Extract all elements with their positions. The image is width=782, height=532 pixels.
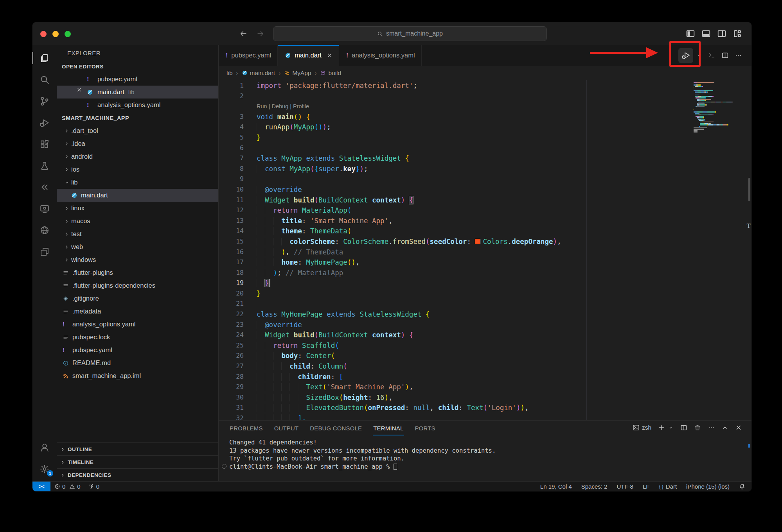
tree-item-.flutter-plugins-dependencies[interactable]: .flutter-plugins-dependencies [57,279,218,292]
panel-left-icon[interactable] [686,29,695,38]
activity-item-source-control[interactable] [32,90,57,112]
scrollbar-thumb[interactable] [748,178,750,201]
breadcrumb-main.dart[interactable]: main.dart [242,70,275,77]
tree-item-main.dart[interactable]: main.dart [57,189,218,202]
activity-item-search[interactable] [32,69,57,90]
project-root-header[interactable]: SMART_MACHINE_APP [57,111,218,124]
open-editor-pubspec.yaml[interactable]: !pubspec.yaml [57,73,218,86]
tree-label: pubspec.yaml [72,346,112,354]
terminal-prompt[interactable]: clint@Clints-MacBook-Air smart_machine_a… [229,463,751,471]
tree-item-README.md[interactable]: README.md [57,356,218,369]
status-encoding[interactable]: UTF-8 [617,483,633,490]
tree-item-smart_machine_app.iml[interactable]: smart_machine_app.iml [57,369,218,382]
ellipsis-button[interactable] [708,424,715,431]
tree-item-.dart_tool[interactable]: .dart_tool [57,124,218,137]
zoom-window-button[interactable] [65,31,71,37]
chevron-up-button[interactable] [721,424,728,431]
minimize-window-button[interactable] [52,31,59,37]
tree-item-analysis_options.yaml[interactable]: !analysis_options.yaml [57,318,218,331]
open-editor-analysis_options.yaml[interactable]: !analysis_options.yaml [57,99,218,111]
tree-item-.gitignore[interactable]: .gitignore [57,292,218,305]
tree-item-linux[interactable]: linux [57,202,218,215]
tree-item-macos[interactable]: macos [57,215,218,227]
breadcrumb-build[interactable]: build [320,70,341,77]
code-line-23: 23 @override [219,320,751,330]
activity-item-settings[interactable]: 1 [32,458,57,480]
problems-indicator[interactable]: 00 [50,482,84,491]
terminal-output[interactable]: Changed 41 dependencies!13 packages have… [219,436,751,471]
codelens-run-debug-profile[interactable]: Run | Debug | Profile [219,101,751,112]
sidebar-bottom-sections: OUTLINETIMELINEDEPENDENCIES [57,442,218,481]
section-outline[interactable]: OUTLINE [57,442,218,455]
tree-item-windows[interactable]: windows [57,253,218,266]
panel-tab-problems[interactable]: PROBLEMS [229,424,263,433]
tab-label: main.dart [295,52,322,59]
close-icon[interactable] [76,87,87,97]
panel-bottom-icon[interactable] [701,29,711,38]
tree-item-lib[interactable]: lib [57,176,218,189]
ellipsis-button[interactable] [735,52,742,59]
tree-item-pubspec.lock[interactable]: pubspec.lock [57,331,218,344]
tree-item-.metadata[interactable]: .metadata [57,305,218,318]
chevron-down-button[interactable] [668,425,674,430]
terminal-dim-button[interactable] [708,52,715,59]
color-swatch-deep-orange[interactable] [475,239,480,244]
tree-item-web[interactable]: web [57,240,218,253]
back-icon[interactable] [239,29,248,38]
activity-item-ports[interactable] [32,241,57,262]
panel-tab-output[interactable]: OUTPUT [274,424,299,433]
status-language-mode[interactable]: { }Dart [659,483,677,490]
tab-pubspec.yaml[interactable]: !pubspec.yaml [219,45,278,66]
tree-item-ios[interactable]: ios [57,163,218,176]
section-timeline[interactable]: TIMELINE [57,455,218,468]
status-notifications[interactable] [739,484,745,490]
command-center-search[interactable]: smart_machine_app [273,26,547,41]
tree-item-test[interactable]: test [57,227,218,240]
section-dependencies[interactable]: DEPENDENCIES [57,468,218,481]
open-editors-header[interactable]: OPEN EDITORS [57,61,218,73]
open-editor-main.dart[interactable]: main.dartlib [57,86,218,99]
close-icon[interactable] [327,52,333,58]
panel-tab-ports[interactable]: PORTS [415,424,436,433]
split-button[interactable] [721,52,729,59]
tree-item-android[interactable]: android [57,150,218,163]
tab-main.dart[interactable]: main.dart [278,45,339,66]
close-window-button[interactable] [40,31,47,37]
code-editor[interactable]: 1import 'package:flutter/material.dart';… [219,80,751,420]
activity-item-references[interactable] [32,176,57,198]
status-device-selector[interactable]: iPhone (15) (ios) [686,483,730,490]
split-button[interactable] [680,424,687,431]
status-cursor-position[interactable]: Ln 19, Col 4 [540,483,572,490]
breadcrumb-MyApp[interactable]: MyApp [284,70,311,77]
breadcrumb-lib[interactable]: lib [227,70,233,77]
tab-analysis_options.yaml[interactable]: !analysis_options.yaml [339,45,422,66]
activity-item-files[interactable] [32,47,57,69]
terminal-badge-button[interactable]: zsh [633,424,651,431]
status-indentation[interactable]: Spaces: 2 [581,483,608,490]
forward-icon[interactable] [256,29,265,38]
layout-grid-icon[interactable] [733,29,742,38]
activity-item-globe[interactable] [32,219,57,241]
activity-item-account[interactable] [32,437,57,458]
panel-right-icon[interactable] [717,29,726,38]
activity-item-devtools[interactable] [32,198,57,219]
close-button[interactable] [735,424,742,431]
activity-item-extensions[interactable] [32,133,57,155]
tree-label: test [71,230,82,238]
line-number: 25 [219,340,244,351]
tree-item-.idea[interactable]: .idea [57,137,218,150]
minimap[interactable] [694,82,746,133]
activity-item-testing[interactable] [32,155,57,176]
code-line-21: 21 [219,299,751,309]
status-eol[interactable]: LF [643,483,650,490]
code-line-31: 31 ElevatedButton(onPressed: null, child… [219,403,751,413]
activity-item-run-debug[interactable] [32,112,57,133]
remote-indicator-button[interactable]: >< [32,482,50,491]
panel-tab-terminal[interactable]: TERMINAL [373,424,404,433]
tree-item-.flutter-plugins[interactable]: .flutter-plugins [57,266,218,279]
tower-indicator[interactable]: 0 [84,482,103,491]
panel-tab-debug-console[interactable]: DEBUG CONSOLE [309,424,362,433]
trash-button[interactable] [694,424,701,431]
tree-item-pubspec.yaml[interactable]: !pubspec.yaml [57,344,218,356]
plus-button[interactable] [658,424,665,431]
